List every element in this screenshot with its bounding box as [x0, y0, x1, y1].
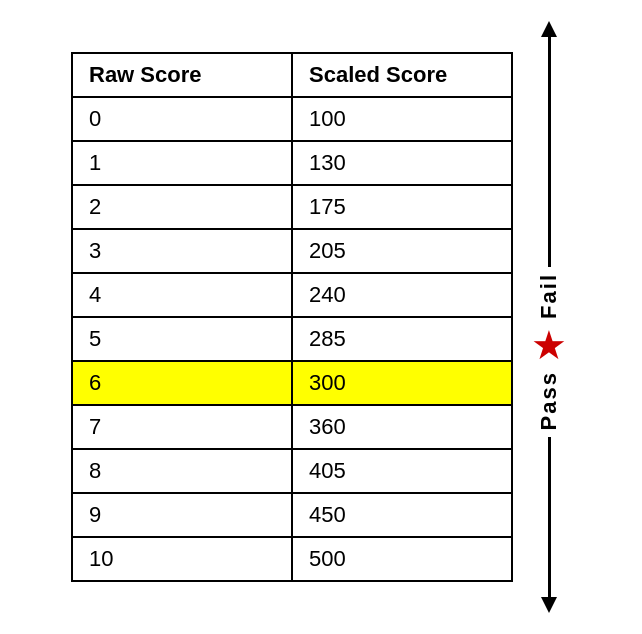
fail-arrow-line [548, 37, 551, 267]
main-container: Raw Score Scaled Score 01001130217532054… [51, 1, 591, 632]
raw-score-cell: 1 [72, 141, 292, 185]
raw-score-cell: 0 [72, 97, 292, 141]
table-row: 2175 [72, 185, 512, 229]
raw-score-cell: 5 [72, 317, 292, 361]
raw-score-cell: 4 [72, 273, 292, 317]
table-row: 7360 [72, 405, 512, 449]
raw-score-cell: 6 [72, 361, 292, 405]
table-row: 0100 [72, 97, 512, 141]
scaled-score-cell: 175 [292, 185, 512, 229]
scaled-score-cell: 285 [292, 317, 512, 361]
scaled-score-header: Scaled Score [292, 53, 512, 97]
fail-arrow-up-head [541, 21, 557, 37]
table-row: 5285 [72, 317, 512, 361]
raw-score-cell: 3 [72, 229, 292, 273]
pass-arrow-line [548, 437, 551, 597]
fail-label: Fail [536, 267, 562, 325]
scaled-score-cell: 450 [292, 493, 512, 537]
side-annotation: Fail ★ Pass [527, 21, 571, 612]
scaled-score-cell: 360 [292, 405, 512, 449]
pass-threshold-star: ★ [531, 325, 567, 365]
raw-score-cell: 9 [72, 493, 292, 537]
score-table: Raw Score Scaled Score 01001130217532054… [71, 52, 513, 582]
scaled-score-cell: 100 [292, 97, 512, 141]
pass-arrow-down-head [541, 597, 557, 613]
raw-score-cell: 7 [72, 405, 292, 449]
scaled-score-cell: 130 [292, 141, 512, 185]
table-row: 9450 [72, 493, 512, 537]
raw-score-cell: 8 [72, 449, 292, 493]
raw-score-cell: 2 [72, 185, 292, 229]
table-row: 1130 [72, 141, 512, 185]
table-row: 3205 [72, 229, 512, 273]
scaled-score-cell: 240 [292, 273, 512, 317]
table-row: 8405 [72, 449, 512, 493]
scaled-score-cell: 205 [292, 229, 512, 273]
scaled-score-cell: 500 [292, 537, 512, 581]
pass-section: Pass [536, 365, 562, 612]
scaled-score-cell: 405 [292, 449, 512, 493]
fail-section: Fail [536, 21, 562, 325]
scaled-score-cell: 300 [292, 361, 512, 405]
raw-score-cell: 10 [72, 537, 292, 581]
table-row: 10500 [72, 537, 512, 581]
table-row: 6300 [72, 361, 512, 405]
pass-label: Pass [536, 365, 562, 436]
table-row: 4240 [72, 273, 512, 317]
raw-score-header: Raw Score [72, 53, 292, 97]
